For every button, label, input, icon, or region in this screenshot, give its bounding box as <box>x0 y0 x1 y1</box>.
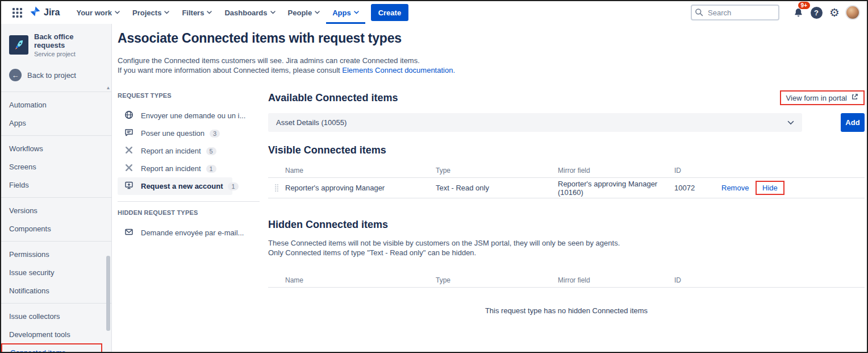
sidebar-item-issue-security[interactable]: Issue security <box>1 263 111 281</box>
chevron-down-icon <box>315 11 319 14</box>
profile-button[interactable] <box>844 4 861 21</box>
question-mark-icon: ? <box>811 7 823 19</box>
request-type-report-an-incident-2[interactable]: Report an incident 1 <box>118 160 232 177</box>
sidebar-item-notifications[interactable]: Notifications <box>1 281 111 300</box>
nav-filters[interactable]: Filters <box>176 1 218 24</box>
column-header-mirror-field: Mirror field <box>558 167 674 175</box>
chevron-down-icon <box>115 11 119 14</box>
scrollbar-up-arrow[interactable]: ▲ <box>106 85 111 91</box>
app-switcher-icon[interactable] <box>9 5 25 20</box>
sidebar-item-workflows[interactable]: Workflows <box>1 139 111 157</box>
project-settings-sidebar: Back office requests Service project ← B… <box>1 24 112 352</box>
notifications-button[interactable]: 9+ <box>790 4 807 21</box>
sidebar-item-connected-items[interactable]: Connected items <box>1 343 102 353</box>
sidebar-item-components[interactable]: Components <box>1 219 111 238</box>
sidebar-item-apps[interactable]: Apps <box>1 114 111 132</box>
comment-icon <box>124 128 133 139</box>
sidebar-item-development-tools[interactable]: Development tools <box>1 325 111 343</box>
chevron-down-icon <box>787 118 794 127</box>
tools-icon <box>124 163 133 174</box>
request-type-demande-envoyee-par-email[interactable]: Demande envoyée par e-mail... <box>118 224 232 242</box>
project-header[interactable]: Back office requests Service project <box>1 24 111 62</box>
top-navigation-bar: Jira Your work Projects Filters Dashboar… <box>1 1 867 24</box>
sidebar-item-permissions[interactable]: Permissions <box>1 245 111 263</box>
back-to-project-link[interactable]: ← Back to project <box>1 62 111 88</box>
search-box <box>691 5 779 20</box>
search-icon <box>695 8 703 19</box>
connected-items-panel: Available Connected items View form in p… <box>268 92 865 315</box>
chevron-down-icon <box>207 11 211 14</box>
column-header-id: ID <box>674 167 714 175</box>
request-type-report-an-incident-1[interactable]: Report an incident 5 <box>118 142 232 160</box>
sidebar-item-fields[interactable]: Fields <box>1 176 111 194</box>
request-type-envoyer-une-demande[interactable]: Envoyer une demande ou un i... <box>118 107 232 124</box>
jira-logo[interactable]: Jira <box>30 6 60 19</box>
request-type-count-badge: 1 <box>228 182 238 190</box>
hidden-request-types-heading: HIDDEN REQUEST TYPES <box>118 209 261 216</box>
sidebar-item-versions[interactable]: Versions <box>1 201 111 219</box>
page-description-line1: Configure the Connected items customers … <box>118 56 455 65</box>
hidden-section-note: These Connected items will not be visibl… <box>268 238 865 258</box>
row-cell-mirror-field: Reporter's approving Manager (10160) <box>558 180 674 197</box>
sidebar-item-screens[interactable]: Screens <box>1 157 111 176</box>
available-items-select[interactable]: Asset Details (10055) <box>268 113 802 132</box>
view-form-in-portal-link[interactable]: View form in portal <box>780 90 865 105</box>
help-button[interactable]: ? <box>808 4 825 21</box>
hidden-empty-state: This request type has no hidden Connecte… <box>268 306 865 315</box>
sidebar-divider <box>1 303 111 304</box>
column-header-type: Type <box>436 167 558 175</box>
row-cell-name: Reporter's approving Manager <box>285 184 436 192</box>
sidebar-divider <box>1 241 111 242</box>
visible-table-row: Reporter's approving Manager Text - Read… <box>268 178 865 198</box>
hidden-connected-items-heading: Hidden Connected items <box>268 219 865 231</box>
jira-logo-text: Jira <box>44 7 60 18</box>
request-type-count-badge: 5 <box>206 147 216 155</box>
app-window: Jira Your work Projects Filters Dashboar… <box>0 0 868 353</box>
create-button[interactable]: Create <box>371 4 408 21</box>
hide-link[interactable]: Hide <box>756 181 784 195</box>
add-button[interactable]: Add <box>841 113 865 132</box>
sidebar-item-issue-collectors[interactable]: Issue collectors <box>1 307 111 325</box>
page-description: Configure the Connected items customers … <box>118 56 455 75</box>
page-title: Associate Connected items with request t… <box>118 31 455 46</box>
nav-your-work[interactable]: Your work <box>70 1 126 24</box>
nav-apps[interactable]: Apps <box>326 1 365 24</box>
page-header: Associate Connected items with request t… <box>118 31 455 75</box>
monitor-plus-icon <box>124 181 133 192</box>
sidebar-item-automation[interactable]: Automation <box>1 95 111 114</box>
elements-connect-doc-link[interactable]: Elements Connect documentation. <box>342 66 455 74</box>
chevron-down-icon <box>354 11 358 14</box>
request-type-request-a-new-account[interactable]: Request a new account 1 <box>118 177 232 195</box>
sidebar-scrollbar: ▲ <box>106 85 111 350</box>
column-header-id: ID <box>674 276 714 284</box>
sidebar-divider <box>1 197 111 198</box>
request-type-count-badge: 1 <box>206 165 216 173</box>
column-header-name: Name <box>285 167 436 175</box>
scrollbar-thumb[interactable] <box>106 256 110 331</box>
chevron-down-icon <box>165 11 169 14</box>
settings-button[interactable]: ⚙ <box>826 4 843 21</box>
sidebar-divider <box>1 92 111 92</box>
column-header-type: Type <box>436 276 558 284</box>
column-header-name: Name <box>285 276 436 284</box>
project-name: Back office requests <box>34 32 103 49</box>
row-cell-type: Text - Read only <box>436 184 558 192</box>
remove-link[interactable]: Remove <box>714 184 751 192</box>
request-type-count-badge: 3 <box>210 130 220 138</box>
nav-projects[interactable]: Projects <box>126 1 176 24</box>
nav-dashboards[interactable]: Dashboards <box>218 1 281 24</box>
back-to-project-label: Back to project <box>27 71 76 80</box>
available-connected-items-heading: Available Connected items <box>268 92 398 104</box>
project-type: Service project <box>34 51 103 57</box>
external-link-icon <box>851 93 858 102</box>
nav-people[interactable]: People <box>282 1 327 24</box>
search-input[interactable] <box>691 5 779 20</box>
visible-table-header: Name Type Mirror field ID <box>268 163 865 178</box>
primary-nav: Your work Projects Filters Dashboards Pe… <box>70 1 365 24</box>
request-type-poser-une-question[interactable]: Poser une question 3 <box>118 124 232 142</box>
rocket-icon <box>13 39 24 51</box>
project-title-block: Back office requests Service project <box>34 32 103 57</box>
column-header-mirror-field: Mirror field <box>558 276 674 284</box>
drag-handle-icon[interactable] <box>268 184 285 192</box>
selected-option-label: Asset Details (10055) <box>276 118 347 127</box>
